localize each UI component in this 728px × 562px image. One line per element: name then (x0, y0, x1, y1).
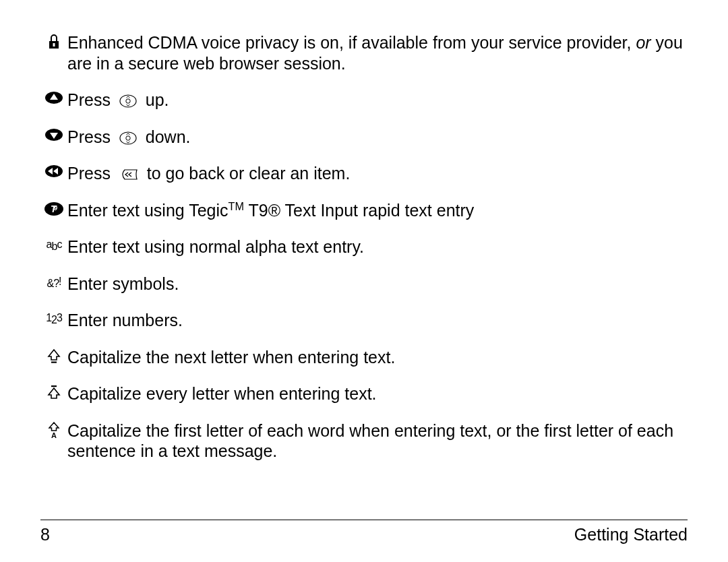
symbols-icon: &?! (40, 274, 67, 290)
back-oval-icon (40, 163, 67, 178)
list-item: T 9 Enter text using TegicTM T9® Text In… (40, 200, 688, 221)
item-text: Press to go back or clear an item. (67, 163, 688, 184)
arrow-down-oval-icon (40, 127, 67, 142)
shift-word-icon: A (40, 420, 67, 439)
arrow-up-oval-icon (40, 90, 67, 104)
item-text: Capitalize every letter when entering te… (67, 383, 688, 404)
svg-rect-17 (51, 361, 57, 363)
list-item: Capitalize every letter when entering te… (40, 383, 688, 404)
svg-marker-19 (49, 388, 59, 398)
list-item: A Capitalize the first letter of each wo… (40, 420, 688, 462)
item-text: Press up. (67, 90, 688, 111)
svg-text:A: A (51, 431, 57, 439)
list-item: Enhanced CDMA voice privacy is on, if av… (40, 32, 688, 73)
list-item: Press down. (40, 127, 688, 148)
t9-oval-icon: T 9 (40, 200, 67, 216)
section-title: Getting Started (574, 524, 688, 545)
list-item: Capitalize the next letter when entering… (40, 347, 688, 368)
lock-icon (40, 32, 67, 50)
list-item: Press up. (40, 90, 688, 111)
abc-icon: abc (40, 237, 67, 253)
svg-point-4 (120, 95, 136, 107)
item-text: Enter text using normal alpha text entry… (67, 237, 688, 257)
item-text: Enter text using TegicTM T9® Text Input … (67, 200, 688, 221)
item-text: Capitalize the next letter when entering… (67, 347, 688, 368)
item-text: Press down. (67, 127, 688, 148)
item-text: Enter numbers. (67, 310, 688, 331)
item-text: Enhanced CDMA voice privacy is on, if av… (67, 32, 688, 73)
svg-point-8 (120, 132, 136, 144)
shift-once-icon (40, 347, 67, 365)
svg-rect-18 (51, 385, 57, 387)
svg-rect-1 (53, 43, 55, 46)
svg-marker-20 (49, 423, 59, 431)
page-footer: 8 Getting Started (40, 520, 688, 545)
svg-point-5 (126, 99, 130, 103)
numbers-icon: 123 (40, 310, 67, 327)
svg-point-9 (126, 136, 130, 140)
caps-lock-icon (40, 383, 67, 401)
item-text: Enter symbols. (67, 274, 688, 294)
list-item: Press to go back or clear an item. (40, 163, 688, 184)
item-text: Capitalize the first letter of each word… (67, 420, 688, 462)
svg-marker-16 (49, 350, 59, 360)
page-number: 8 (40, 524, 50, 545)
svg-text:9: 9 (54, 205, 57, 212)
list-item: &?! Enter symbols. (40, 274, 688, 294)
list-item: abc Enter text using normal alpha text e… (40, 237, 688, 257)
list-item: 123 Enter numbers. (40, 310, 688, 331)
